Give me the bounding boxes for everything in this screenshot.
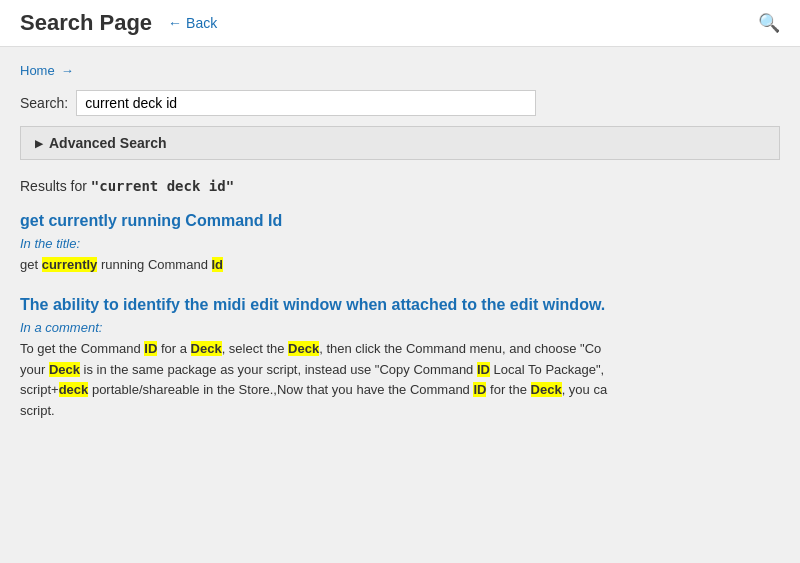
search-input[interactable] — [76, 90, 536, 116]
result-item-1: get currently running Command Id In the … — [20, 212, 780, 276]
highlight-id-2b: ID — [477, 362, 490, 377]
back-arrow-icon: ← — [168, 15, 182, 31]
result-snippet-line4: script. — [20, 403, 55, 418]
results-query: "current deck id" — [91, 178, 234, 194]
result-item-2: The ability to identify the midi edit wi… — [20, 296, 780, 422]
page-title: Search Page — [20, 10, 152, 36]
highlight-id-1: Id — [212, 257, 224, 272]
content: Home → Search: ▶ Advanced Search Results… — [0, 47, 800, 555]
highlight-deck-2c: Deck — [49, 362, 80, 377]
results-prefix: Results for — [20, 178, 91, 194]
breadcrumb: Home → — [20, 63, 780, 78]
highlight-id-2a: ID — [144, 341, 157, 356]
advanced-search-label: Advanced Search — [49, 135, 167, 151]
back-label: Back — [186, 15, 217, 31]
highlight-id-2c: ID — [473, 382, 486, 397]
result-title-1[interactable]: get currently running Command Id — [20, 212, 780, 230]
search-label: Search: — [20, 95, 68, 111]
highlight-currently: currently — [42, 257, 98, 272]
result-snippet-1: get currently running Command Id — [20, 255, 780, 276]
breadcrumb-arrow-icon: → — [61, 63, 74, 78]
advanced-search-toggle[interactable]: ▶ Advanced Search — [20, 126, 780, 160]
breadcrumb-home-link[interactable]: Home — [20, 63, 55, 78]
result-context-label-1: In the title: — [20, 236, 780, 251]
highlight-deck-2e: Deck — [531, 382, 562, 397]
highlight-deck-2d: deck — [59, 382, 89, 397]
highlight-deck-2b: Deck — [288, 341, 319, 356]
advanced-search-triangle-icon: ▶ — [35, 138, 43, 149]
header-left: Search Page ← Back — [20, 10, 217, 36]
header: Search Page ← Back 🔍 — [0, 0, 800, 47]
result-title-2[interactable]: The ability to identify the midi edit wi… — [20, 296, 780, 314]
highlight-deck-2a: Deck — [191, 341, 222, 356]
back-button[interactable]: ← Back — [168, 15, 217, 31]
result-snippet-2: To get the Command ID for a Deck, select… — [20, 339, 780, 422]
result-context-label-2: In a comment: — [20, 320, 780, 335]
search-icon[interactable]: 🔍 — [758, 12, 780, 34]
results-summary: Results for "current deck id" — [20, 178, 780, 194]
search-row: Search: — [20, 90, 780, 116]
